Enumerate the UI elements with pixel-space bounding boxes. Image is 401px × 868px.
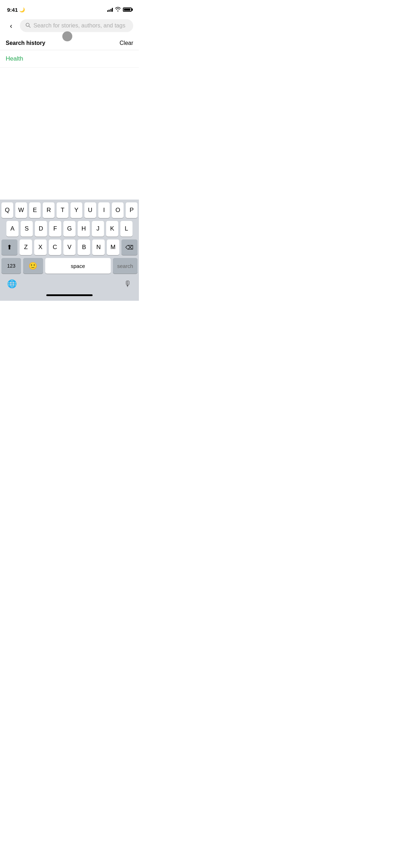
globe-icon[interactable]: 🌐: [7, 279, 17, 289]
key-o[interactable]: O: [112, 202, 124, 218]
keyboard-row-2: A S D F G H J K L: [0, 221, 139, 237]
key-h[interactable]: H: [78, 221, 90, 237]
history-item-text: Health: [6, 55, 23, 62]
key-k[interactable]: K: [106, 221, 118, 237]
key-x[interactable]: X: [34, 239, 47, 255]
key-c[interactable]: C: [49, 239, 61, 255]
back-button[interactable]: ‹: [6, 20, 16, 31]
emoji-key[interactable]: 🙂: [23, 258, 43, 274]
home-indicator: [0, 291, 139, 301]
search-key[interactable]: search: [113, 258, 137, 274]
key-g[interactable]: G: [63, 221, 75, 237]
key-r[interactable]: R: [43, 202, 54, 218]
key-v[interactable]: V: [63, 239, 76, 255]
search-header: ‹: [0, 17, 139, 36]
svg-line-1: [29, 26, 30, 27]
search-history-header: Search history Clear: [0, 36, 139, 50]
key-y[interactable]: Y: [71, 202, 82, 218]
keyboard[interactable]: Q W E R T Y U I O P A S D F G H J K L ⬆ …: [0, 200, 139, 301]
key-p[interactable]: P: [126, 202, 137, 218]
key-z[interactable]: Z: [20, 239, 32, 255]
key-b[interactable]: B: [78, 239, 90, 255]
mic-icon[interactable]: 🎙: [124, 279, 132, 289]
backspace-key[interactable]: ⌫: [121, 239, 137, 255]
key-n[interactable]: N: [92, 239, 105, 255]
moon-icon: 🌙: [19, 7, 25, 12]
key-u[interactable]: U: [84, 202, 96, 218]
key-s[interactable]: S: [21, 221, 33, 237]
status-bar: 9:41 🌙: [0, 0, 139, 17]
keyboard-row-1: Q W E R T Y U I O P: [0, 202, 139, 218]
content-area: [0, 68, 139, 157]
key-f[interactable]: F: [49, 221, 61, 237]
home-indicator-bar: [46, 294, 93, 296]
key-t[interactable]: T: [57, 202, 68, 218]
keyboard-bottom-bar: 🌐 🎙: [0, 277, 139, 291]
search-glass-icon: [26, 23, 31, 29]
key-i[interactable]: I: [98, 202, 110, 218]
space-key[interactable]: space: [45, 258, 111, 274]
shift-key[interactable]: ⬆: [1, 239, 17, 255]
key-w[interactable]: W: [15, 202, 27, 218]
search-input-container[interactable]: [20, 19, 133, 32]
key-d[interactable]: D: [35, 221, 47, 237]
status-time: 9:41 🌙: [7, 7, 25, 13]
key-m[interactable]: M: [107, 239, 119, 255]
battery-icon: [123, 7, 132, 12]
clear-button[interactable]: Clear: [120, 40, 133, 46]
wifi-icon: [115, 7, 121, 12]
back-chevron-icon: ‹: [10, 22, 12, 30]
search-input[interactable]: [33, 22, 127, 29]
key-a[interactable]: A: [6, 221, 19, 237]
key-j[interactable]: J: [92, 221, 104, 237]
keyboard-row-4: 123 🙂 space search: [0, 258, 139, 274]
key-e[interactable]: E: [29, 202, 41, 218]
search-history-title: Search history: [6, 40, 45, 46]
signal-icon: [107, 7, 113, 12]
key-q[interactable]: Q: [1, 202, 13, 218]
key-l[interactable]: L: [120, 221, 132, 237]
numbers-key[interactable]: 123: [1, 258, 21, 274]
keyboard-row-3: ⬆ Z X C V B N M ⌫: [0, 239, 139, 255]
time-label: 9:41: [7, 7, 18, 13]
status-icons: [107, 7, 132, 12]
history-item[interactable]: Health: [0, 50, 139, 68]
